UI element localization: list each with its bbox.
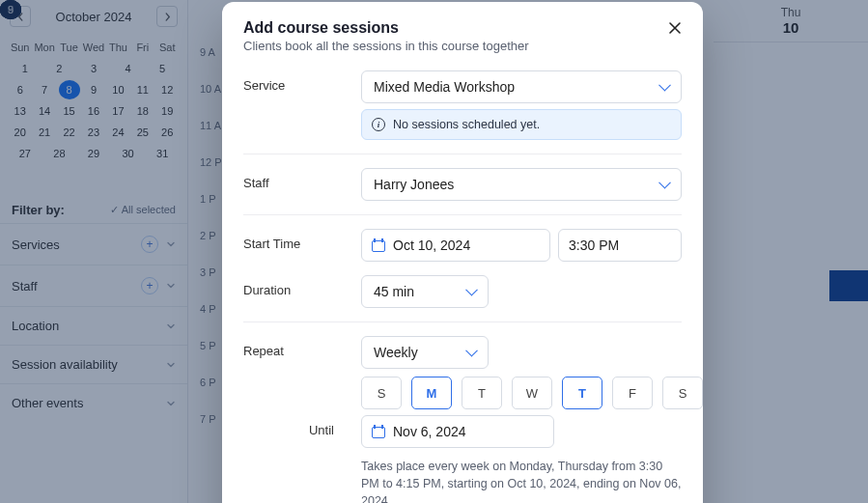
repeat-label: Repeat (243, 336, 361, 358)
service-label: Service (243, 70, 361, 93)
repeat-select[interactable]: Weekly (361, 336, 489, 369)
start-time-label: Start Time (243, 229, 361, 251)
close-button[interactable] (662, 15, 687, 41)
service-value: Mixed Media Workshop (374, 79, 515, 95)
weekday-toggle[interactable]: T (462, 377, 502, 409)
staff-select[interactable]: Harry Jonees (361, 168, 682, 201)
modal-title: Add course sessions (243, 19, 682, 37)
info-icon: i (372, 118, 385, 131)
duration-label: Duration (243, 275, 361, 297)
staff-label: Staff (243, 168, 361, 190)
weekday-toggle[interactable]: T (562, 377, 602, 409)
add-course-sessions-modal: Add course sessions Clients book all the… (222, 2, 703, 503)
info-text: No sessions scheduled yet. (393, 118, 540, 131)
close-icon (668, 21, 682, 35)
until-label: Until (243, 415, 361, 437)
duration-value: 45 min (374, 284, 414, 299)
service-select[interactable]: Mixed Media Workshop (361, 70, 682, 103)
duration-select[interactable]: 45 min (361, 275, 489, 308)
weekday-toggle[interactable]: S (361, 377, 402, 409)
until-date-value: Nov 6, 2024 (393, 424, 466, 439)
calendar-icon (372, 425, 385, 438)
until-date-input[interactable]: Nov 6, 2024 (361, 415, 554, 448)
weekday-toggle[interactable]: M (411, 377, 452, 409)
info-banner: i No sessions scheduled yet. (361, 109, 682, 140)
repeat-summary: Takes place every week on Monday, Thursd… (361, 458, 682, 503)
start-date-value: Oct 10, 2024 (393, 238, 470, 253)
repeat-value: Weekly (374, 345, 418, 360)
modal-subtitle: Clients book all the sessions in this co… (243, 39, 682, 53)
start-date-input[interactable]: Oct 10, 2024 (361, 229, 550, 262)
weekday-picker: SMTWTFS (361, 377, 703, 409)
weekday-toggle[interactable]: F (612, 377, 653, 409)
calendar-icon (372, 238, 385, 252)
staff-value: Harry Jonees (374, 177, 454, 192)
weekday-toggle[interactable]: S (662, 377, 703, 409)
weekday-toggle[interactable]: W (512, 377, 552, 409)
start-time-value: 3:30 PM (569, 238, 619, 253)
start-time-input[interactable]: 3:30 PM (558, 229, 682, 262)
